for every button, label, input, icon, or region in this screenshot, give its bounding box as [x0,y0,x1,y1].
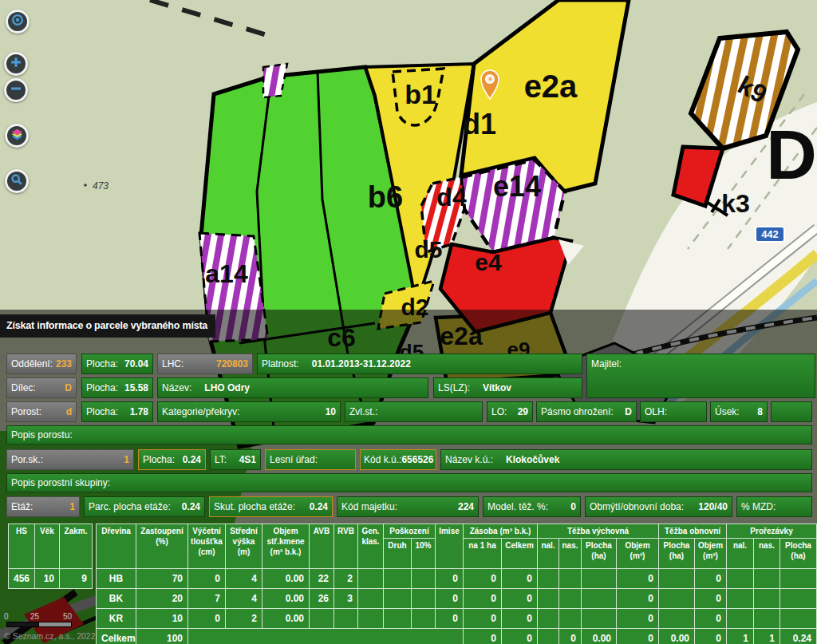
field-parc-plocha: Parc. plocha etáže:0.24 [84,496,205,517]
layers-button[interactable] [5,124,29,148]
table-cell: 0 [695,629,727,644]
table-cell [334,609,358,629]
locate-icon [10,13,25,30]
table-cell [727,609,754,629]
table-cell: 0 [188,569,226,589]
field-lslz: LS(LZ):Vítkov [433,377,582,398]
table-row: HB70040.0022200000 [97,569,817,589]
column-header: HS [9,524,35,569]
table-row: 456109 [9,569,93,589]
stand-summary-table: HSVěkZakm.456109 [8,523,93,589]
column-header: Objem stř.kmene (m³ b.k.) [262,524,310,569]
table-cell [659,569,695,589]
species-table: DřevinaZastoupení (%)Výčetní tloušťka (c… [96,523,817,644]
field-porost: Porost:d [6,401,77,422]
table-cell [754,609,780,629]
field-plocha-dilec: Plocha:15.58 [81,377,153,398]
table-cell: 70 [136,569,188,589]
column-subheader: na 1 ha [464,539,502,569]
svg-text:✳: ✳ [486,74,493,84]
table-row: KR10020.0000000 [97,609,817,629]
table-cell [412,609,436,629]
parcel-label: b1 [405,79,436,109]
column-header: Poškození [384,524,436,539]
column-subheader: Plocha (ha) [780,539,817,569]
column-subheader: Plocha (ha) [582,539,617,569]
field-mzd: % MZD: [736,496,812,517]
field-dilec: Dílec:D [6,377,77,398]
table-cell [358,609,384,629]
parcel-label: e2a [440,322,483,350]
scale-bar-segment-light [38,622,72,627]
road-shield: 442 [756,227,784,242]
field-plocha-porost: Plocha:1.78 [81,401,153,422]
field-popis-porostu: Popis porostu: [6,425,812,444]
table-cell: HB [97,569,136,589]
field-usek: Úsek:8 [710,401,768,422]
table-cell [754,589,780,609]
table-cell: 1 [727,629,754,644]
table-cell: 4 [226,569,262,589]
table-cell [659,589,695,609]
field-skut-plocha: Skut. plocha etáže:0.24 [209,496,333,517]
locate-button[interactable] [6,10,30,34]
field-kategorie: Kategorie/překryv:10 [157,401,341,422]
field-nazev-ku: Název k.ú.:Klokočůvek [440,449,812,470]
field-spacer [771,401,812,422]
table-cell [412,569,436,589]
table-cell [582,609,617,629]
column-header: Imise [436,524,464,569]
zoom-out-button[interactable] [4,78,28,102]
table-cell: 0 [617,609,659,629]
column-header: Věk [35,524,60,569]
zoom-in-button[interactable] [4,52,28,76]
field-porsk: Por.sk.:1 [6,449,134,470]
table-cell: 2 [226,609,262,629]
field-plocha-oddeleni: Plocha:70.04 [81,354,153,374]
zoom-out-icon [9,81,23,99]
table-cell: 0 [502,629,538,644]
parcel-label: c6 [327,323,356,352]
field-majitel: Majitel: [586,354,815,398]
table-cell: 0 [502,609,538,629]
table-cell: 0.00 [262,569,310,589]
parcel-label: k3 [721,189,750,218]
parcel-label: a14 [205,259,248,288]
parcel-label: d1 [463,108,496,140]
table-cell: 0.00 [659,629,695,644]
table-cell: 0 [188,609,226,629]
parcel-label: e2a [524,69,578,104]
table-cell [582,589,617,609]
column-header: Dřevina [97,524,136,569]
table-cell [538,589,559,609]
table-cell [538,629,559,644]
field-platnost: Platnost:01.01.2013-31.12.2022 [257,354,582,374]
table-cell [310,609,334,629]
search-button[interactable] [5,169,29,193]
field-nazev: Název:LHO Odry [157,377,428,398]
table-cell: 0.00 [262,589,310,609]
table-cell: 0 [695,589,727,609]
table-cell [559,589,582,609]
table-cell: 456 [9,569,35,589]
table-cell: 4 [226,589,262,609]
column-header: Střední výška (m) [226,524,262,569]
column-subheader: Objem (m³) [695,539,727,569]
column-subheader: Druh [384,539,412,569]
field-kod-majetku: Kód majetku:224 [337,496,479,517]
table-cell: 0 [436,609,464,629]
field-olh: OLH: [640,401,707,422]
parcel-label: d2 [401,294,428,320]
column-header: Prořezávky [727,524,817,539]
table-cell [559,609,582,629]
column-subheader: Celkem [502,539,538,569]
field-kod-ku: Kód k.ú.:656526 [360,449,436,470]
field-zvlst: Zvl.st.: [345,401,483,422]
table-cell: 9 [60,569,93,589]
svg-text:442: 442 [761,228,779,240]
table-cell: 0 [464,629,502,644]
table-cell: 0 [559,629,582,644]
column-header: Těžba obnovní [659,524,727,539]
table-cell [780,609,817,629]
table-cell: 0.00 [262,609,310,629]
